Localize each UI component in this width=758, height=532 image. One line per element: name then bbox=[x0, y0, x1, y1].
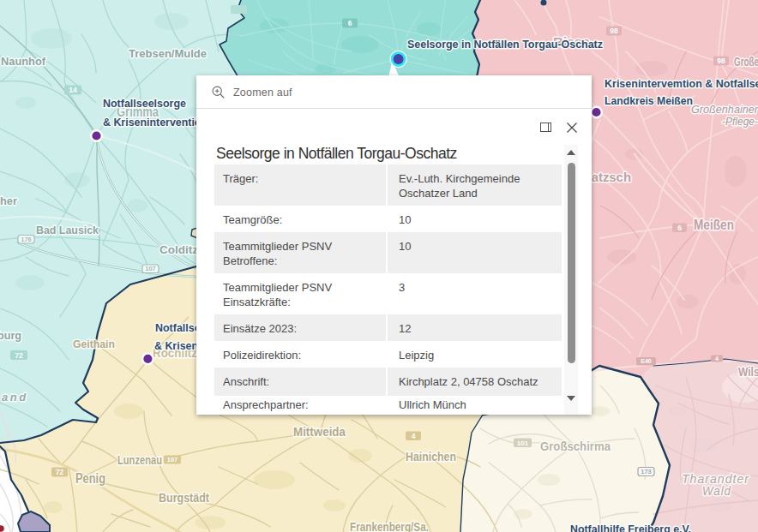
svg-text:98: 98 bbox=[717, 57, 725, 65]
svg-text:Großschirma: Großschirma bbox=[540, 439, 611, 453]
svg-text:Burgstädt: Burgstädt bbox=[159, 490, 209, 505]
svg-text:Große: Große bbox=[734, 55, 758, 69]
svg-text:Geithain: Geithain bbox=[73, 338, 115, 350]
svg-text:Lunzenau: Lunzenau bbox=[117, 453, 162, 467]
svg-text:72: 72 bbox=[56, 468, 64, 476]
svg-text:173: 173 bbox=[641, 468, 652, 475]
svg-text:Wald: Wald bbox=[702, 484, 731, 498]
svg-text:her: her bbox=[0, 194, 18, 207]
svg-text:-Pflege-: -Pflege- bbox=[722, 115, 758, 128]
svg-text:and: and bbox=[2, 391, 28, 403]
svg-text:Mittweida: Mittweida bbox=[293, 424, 346, 439]
svg-text:14: 14 bbox=[69, 86, 77, 94]
svg-text:& Krisenintervention: & Krisenintervention bbox=[103, 116, 208, 129]
svg-text:Notfallseelsorge: Notfallseelsorge bbox=[103, 97, 186, 110]
svg-text:72: 72 bbox=[15, 351, 23, 360]
svg-text:107: 107 bbox=[167, 456, 178, 463]
svg-text:6: 6 bbox=[677, 224, 682, 232]
svg-text:Naunhof: Naunhof bbox=[1, 55, 45, 68]
svg-text:Landkreis Meißen: Landkreis Meißen bbox=[605, 94, 693, 107]
svg-text:98: 98 bbox=[610, 27, 618, 35]
svg-text:Frankenberg/Sa.: Frankenberg/Sa. bbox=[350, 519, 429, 532]
svg-text:176: 176 bbox=[21, 236, 32, 243]
svg-text:Colditz: Colditz bbox=[159, 243, 198, 256]
svg-text:Notfallhilfe Freiberg e.V.: Notfallhilfe Freiberg e.V. bbox=[570, 523, 691, 532]
svg-text:burg: burg bbox=[0, 329, 21, 342]
svg-text:101: 101 bbox=[517, 439, 529, 447]
svg-text:4: 4 bbox=[715, 356, 719, 362]
svg-text:Bad Lausick: Bad Lausick bbox=[36, 224, 99, 236]
svg-text:4: 4 bbox=[412, 432, 416, 440]
svg-text:Wilsd: Wilsd bbox=[738, 365, 758, 379]
svg-text:Krisenintervemtion & Notfallse: Krisenintervemtion & Notfallseelsorge bbox=[605, 77, 758, 90]
svg-text:Meißen: Meißen bbox=[694, 218, 734, 232]
svg-text:107: 107 bbox=[145, 265, 156, 272]
svg-text:Seelsorge in Notfällen Torgau-: Seelsorge in Notfällen Torgau-Oschatz bbox=[407, 38, 603, 51]
svg-text:6: 6 bbox=[348, 19, 352, 27]
svg-text:Hainichen: Hainichen bbox=[406, 450, 456, 463]
svg-text:Trebsen/Mulde: Trebsen/Mulde bbox=[129, 47, 207, 60]
svg-text:E40: E40 bbox=[641, 358, 652, 364]
svg-text:Penig: Penig bbox=[75, 471, 105, 486]
